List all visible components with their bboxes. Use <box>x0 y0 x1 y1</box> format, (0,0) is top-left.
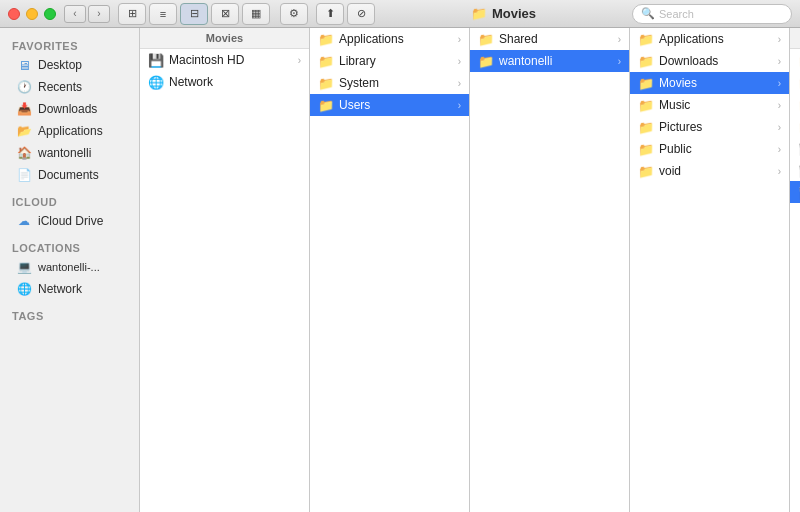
column-1: Movies 💾 Macintosh HD › 🌐 Network <box>140 28 310 512</box>
chevron-icon: › <box>618 56 621 67</box>
chevron-icon: › <box>778 166 781 177</box>
close-button[interactable] <box>8 8 20 20</box>
chevron-icon: › <box>778 78 781 89</box>
wantonelli-user-item[interactable]: 📁 wantonelli › <box>470 50 629 72</box>
gif-brewery-item[interactable]: 📁 GIF Brewery 3 › <box>790 71 800 93</box>
maximize-button[interactable] <box>44 8 56 20</box>
sidebar-item-label: Desktop <box>38 58 82 72</box>
void-item[interactable]: 📁 void › <box>630 160 789 182</box>
movies2-item[interactable]: 📁 Movies › <box>630 72 789 94</box>
file-item-label: Movies <box>659 76 697 90</box>
file-item-label: Library <box>339 54 376 68</box>
view-gallery-btn[interactable]: ▦ <box>242 3 270 25</box>
computer-icon: 💻 <box>16 259 32 275</box>
pictures-item[interactable]: 📁 Pictures › <box>630 116 789 138</box>
music-item[interactable]: 📁 Music › <box>630 94 789 116</box>
vlc-record2-item[interactable]: 🎬 vlc-recor...ov-.mp4 <box>790 159 800 181</box>
vlc-record3-item[interactable]: 🎬 vlc-reco...p4-.mp4 <box>790 181 800 203</box>
chevron-icon: › <box>778 122 781 133</box>
file-item-label: Downloads <box>659 54 718 68</box>
sidebar-item-label: Downloads <box>38 102 97 116</box>
applications-icon: 📂 <box>16 123 32 139</box>
minimize-button[interactable] <box>26 8 38 20</box>
sidebar-item-recents[interactable]: 🕐 Recents <box>4 76 135 98</box>
sidebar-item-wantonelli[interactable]: 🏠 wantonelli <box>4 142 135 164</box>
traffic-lights <box>8 8 56 20</box>
tv-item[interactable]: 📁 TV › <box>790 115 800 137</box>
window-title: 📁 Movies <box>375 6 632 21</box>
view-cover-btn[interactable]: ⊠ <box>211 3 239 25</box>
search-bar[interactable]: 🔍 Search <box>632 4 792 24</box>
library-col-item[interactable]: 📁 Library › <box>310 50 469 72</box>
folder-icon: 📁 <box>638 163 654 179</box>
folder-icon: 📁 <box>638 53 654 69</box>
column-5-header: Documents <box>790 28 800 49</box>
file-item-label: Shared <box>499 32 538 46</box>
column-5: Documents 📁 Final Cut Backups › 📁 GIF Br… <box>790 28 800 512</box>
folder-icon: 📁 <box>318 31 334 47</box>
view-icon-btn[interactable]: ⊞ <box>118 3 146 25</box>
applications2-item[interactable]: 📁 Applications › <box>630 28 789 50</box>
view-list-btn[interactable]: ≡ <box>149 3 177 25</box>
column-4: 📁 Applications › 📁 Downloads › 📁 Movies … <box>630 28 790 512</box>
downloads2-item[interactable]: 📁 Downloads › <box>630 50 789 72</box>
sidebar-item-desktop[interactable]: 🖥 Desktop <box>4 54 135 76</box>
file-item-label: Applications <box>659 32 724 46</box>
sidebar-item-label: Network <box>38 282 82 296</box>
shared-col-item[interactable]: 📁 Shared › <box>470 28 629 50</box>
file-item-label: Users <box>339 98 370 112</box>
sidebar-item-label: Documents <box>38 168 99 182</box>
documents-icon: 📄 <box>16 167 32 183</box>
sidebar-item-label: Applications <box>38 124 103 138</box>
file-item-label: void <box>659 164 681 178</box>
final-cut-item[interactable]: 📁 Final Cut Backups › <box>790 49 800 71</box>
applications-col-item[interactable]: 📁 Applications › <box>310 28 469 50</box>
file-item-label: Applications <box>339 32 404 46</box>
vlc-record1-item[interactable]: 🎬 vlc-recor...ov-.mp4 <box>790 137 800 159</box>
users-col-item[interactable]: 📁 Users › <box>310 94 469 116</box>
motion-templates-item[interactable]: 📁 Motion Templates › <box>790 93 800 115</box>
sidebar-item-documents[interactable]: 📄 Documents <box>4 164 135 186</box>
view-column-btn[interactable]: ⊟ <box>180 3 208 25</box>
file-item-label: Pictures <box>659 120 702 134</box>
chevron-icon: › <box>458 100 461 111</box>
chevron-icon: › <box>458 78 461 89</box>
share-btn[interactable]: ⬆ <box>316 3 344 25</box>
network-col-item[interactable]: 🌐 Network <box>140 71 309 93</box>
tag-btn[interactable]: ⊘ <box>347 3 375 25</box>
action-btn[interactable]: ⚙ <box>280 3 308 25</box>
sidebar: Favorites 🖥 Desktop 🕐 Recents 📥 Download… <box>0 28 140 512</box>
desktop-icon: 🖥 <box>16 57 32 73</box>
chevron-icon: › <box>778 144 781 155</box>
back-button[interactable]: ‹ <box>64 5 86 23</box>
chevron-icon: › <box>778 100 781 111</box>
recents-icon: 🕐 <box>16 79 32 95</box>
search-placeholder: Search <box>659 8 694 20</box>
network-col-icon: 🌐 <box>148 74 164 90</box>
toolbar: ⊞ ≡ ⊟ ⊠ ▦ ⚙ ⬆ ⊘ <box>118 3 375 25</box>
sidebar-item-wantonelli-location[interactable]: 💻 wantonelli-... <box>4 256 135 278</box>
window-title-text: Movies <box>492 6 536 21</box>
sidebar-item-network[interactable]: 🌐 Network <box>4 278 135 300</box>
titlebar: ‹ › ⊞ ≡ ⊟ ⊠ ▦ ⚙ ⬆ ⊘ 📁 Movies 🔍 Search <box>0 0 800 28</box>
folder-icon: 🏠 <box>16 145 32 161</box>
folder-icon: 📁 <box>478 31 494 47</box>
chevron-icon: › <box>458 56 461 67</box>
user-folder-icon: 📁 <box>478 53 494 69</box>
sidebar-item-label: Recents <box>38 80 82 94</box>
sidebar-item-applications[interactable]: 📂 Applications <box>4 120 135 142</box>
chevron-icon: › <box>778 34 781 45</box>
macintosh-hd-item[interactable]: 💾 Macintosh HD › <box>140 49 309 71</box>
downloads-icon: 📥 <box>16 101 32 117</box>
icloud-header: iCloud <box>0 192 139 210</box>
forward-button[interactable]: › <box>88 5 110 23</box>
public-item[interactable]: 📁 Public › <box>630 138 789 160</box>
chevron-icon: › <box>458 34 461 45</box>
sidebar-item-icloud-drive[interactable]: ☁ iCloud Drive <box>4 210 135 232</box>
system-col-item[interactable]: 📁 System › <box>310 72 469 94</box>
sidebar-item-label: wantonelli-... <box>38 261 100 273</box>
tags-header: Tags <box>0 306 139 324</box>
column-3: 📁 Shared › 📁 wantonelli › <box>470 28 630 512</box>
sidebar-item-downloads[interactable]: 📥 Downloads <box>4 98 135 120</box>
main-content: Favorites 🖥 Desktop 🕐 Recents 📥 Download… <box>0 28 800 512</box>
